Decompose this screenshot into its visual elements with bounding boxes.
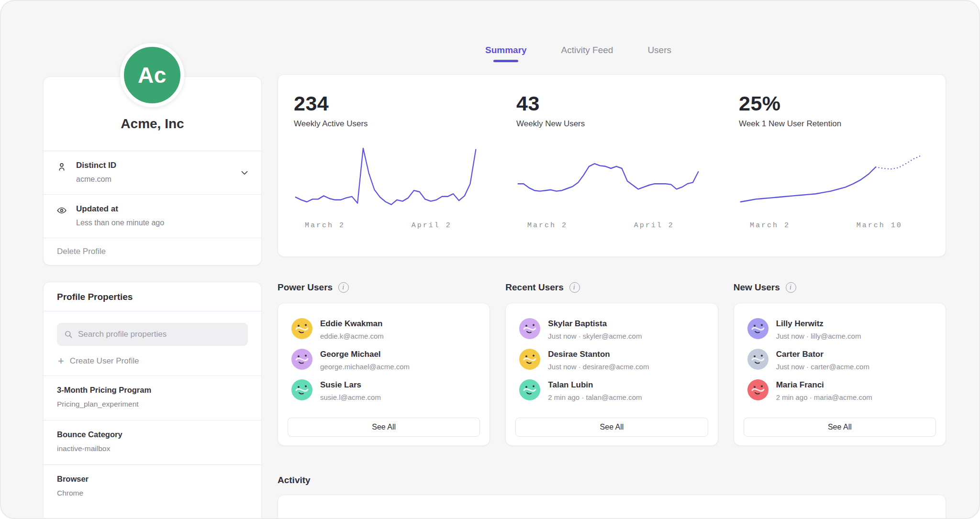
tab-users[interactable]: Users [647, 45, 671, 62]
profile-properties-search[interactable] [57, 323, 248, 346]
user-meta: 2 min ago · maria@acme.com [776, 393, 872, 401]
new-users-card: Lilly Herwitz Just now · lilly@acme.com … [734, 303, 946, 446]
doodle-face-icon [519, 379, 540, 400]
updated-at-label: Updated at [76, 204, 248, 214]
doodle-face-icon [747, 318, 768, 339]
metric-label: Weekly New Users [516, 119, 700, 129]
avatar [747, 379, 768, 400]
user-row[interactable]: Carter Bator Just now · carter@acme.com [744, 346, 936, 377]
user-name: Susie Lars [320, 379, 381, 390]
user-row[interactable]: Talan Lubin 2 min ago · talan@acme.com [515, 377, 708, 408]
week1-retention-chart [739, 140, 923, 217]
create-user-profile-label: Create User Profile [70, 356, 139, 366]
activity-value: 234 [294, 514, 478, 519]
x-tick: March 2 [305, 221, 345, 230]
x-axis: March 2 April 2 [516, 221, 700, 232]
section-title: Power Users [278, 282, 333, 293]
user-name: George Michael [320, 349, 410, 359]
user-name: Lilly Herwitz [776, 318, 861, 329]
chevron-down-icon[interactable] [239, 167, 250, 178]
user-name: Talan Lubin [548, 379, 642, 390]
see-all-button[interactable]: See All [515, 418, 708, 437]
weekly-new-users-chart [516, 140, 700, 217]
user-name: Skylar Baptista [548, 318, 642, 329]
metric-label: Weekly Active Users [294, 119, 478, 129]
info-icon[interactable]: i [338, 282, 349, 293]
user-meta: susie.l@acme.com [320, 393, 381, 401]
x-tick: April 2 [634, 221, 674, 230]
info-icon[interactable]: i [786, 282, 796, 293]
user-row[interactable]: Lilly Herwitz Just now · lilly@acme.com [744, 316, 936, 346]
property-name: Browser [57, 475, 248, 484]
divider [44, 311, 261, 311]
section-heading: Recent Users i [505, 282, 718, 293]
user-meta: 2 min ago · talan@acme.com [548, 393, 642, 401]
x-tick: March 2 [527, 221, 568, 230]
user-meta: Just now · carter@acme.com [776, 363, 869, 371]
doodle-face-icon [291, 349, 312, 370]
recent-users-card: Skylar Baptista Just now · skyler@acme.c… [505, 303, 718, 446]
tab-activity-feed[interactable]: Activity Feed [561, 45, 613, 62]
eye-icon [56, 205, 67, 216]
info-icon[interactable]: i [569, 282, 580, 293]
doodle-face-icon [291, 318, 312, 339]
avatar [291, 379, 312, 400]
search-input[interactable] [78, 330, 241, 339]
metric-value: 43 [516, 92, 700, 115]
property-name: Bounce Category [57, 430, 248, 439]
doodle-face-icon [291, 379, 312, 400]
app-window: Ac Acme, Inc Distinct ID acme.com [0, 0, 980, 519]
user-name: Maria Franci [776, 379, 872, 390]
x-axis: March 2 March 10 [739, 221, 923, 232]
user-row[interactable]: Susie Lars susie.l@acme.com [288, 377, 480, 408]
user-meta: eddie.k@acme.com [320, 332, 384, 340]
tab-users-label: Users [647, 45, 671, 55]
recent-users-section: Recent Users i Skylar Baptista Just now … [505, 282, 718, 446]
section-title: Recent Users [505, 282, 563, 293]
user-row[interactable]: Skylar Baptista Just now · skyler@acme.c… [515, 316, 708, 346]
user-sections: Power Users i Eddie Kwakman eddie.k@acme… [278, 282, 946, 446]
plus-icon: + [58, 356, 64, 366]
person-icon [56, 162, 67, 172]
distinct-id-row: Distinct ID acme.com [44, 151, 261, 194]
activity-metric: 234 [278, 514, 501, 519]
sidebar: Ac Acme, Inc Distinct ID acme.com [43, 43, 262, 519]
power-users-card: Eddie Kwakman eddie.k@acme.com George Mi… [278, 303, 490, 446]
user-row[interactable]: Maria Franci 2 min ago · maria@acme.com [744, 377, 936, 408]
avatar [519, 318, 540, 339]
x-tick: March 10 [857, 221, 902, 230]
x-axis: March 2 April 2 [294, 221, 478, 232]
main-content: Summary Activity Feed Users 234 Weekly A… [278, 45, 946, 519]
x-tick: March 2 [750, 221, 790, 230]
avatar [747, 318, 768, 339]
property-value: Chrome [57, 489, 248, 497]
weekly-active-users-chart [294, 140, 478, 217]
metric-value: 25% [739, 92, 923, 115]
user-row[interactable]: Eddie Kwakman eddie.k@acme.com [288, 316, 480, 346]
user-meta: Just now · skyler@acme.com [548, 332, 642, 340]
user-row[interactable]: Desirae Stanton Just now · desirare@acme… [515, 346, 708, 377]
activity-metric: 3.4k [723, 514, 946, 519]
metrics-card: 234 Weekly Active Users March 2 April 2 … [278, 74, 946, 257]
distinct-id-label: Distinct ID [76, 161, 248, 170]
tab-summary-label: Summary [485, 45, 527, 55]
doodle-face-icon [747, 379, 768, 400]
x-tick: April 2 [412, 221, 452, 230]
create-user-profile-button[interactable]: + Create User Profile [58, 356, 248, 366]
company-avatar-initials: Ac [138, 62, 167, 88]
metric-value: 234 [294, 92, 478, 115]
see-all-button[interactable]: See All [744, 418, 936, 437]
user-row[interactable]: George Michael george.michael@acme.com [288, 346, 480, 377]
avatar [747, 349, 768, 370]
tab-summary[interactable]: Summary [485, 45, 527, 62]
section-title: Activity [278, 475, 311, 486]
see-all-button[interactable]: See All [288, 418, 480, 437]
updated-at-row: Updated at Less than one minute ago [44, 194, 261, 238]
activity-metric: 240 [501, 514, 723, 519]
delete-profile-button[interactable]: Delete Profile [44, 238, 261, 265]
doodle-face-icon [747, 349, 768, 370]
avatar [519, 349, 540, 370]
section-heading: New Users i [734, 282, 946, 293]
metric-weekly-new-users: 43 Weekly New Users March 2 April 2 [501, 92, 723, 256]
property-value: inactive-mailbox [57, 444, 248, 453]
